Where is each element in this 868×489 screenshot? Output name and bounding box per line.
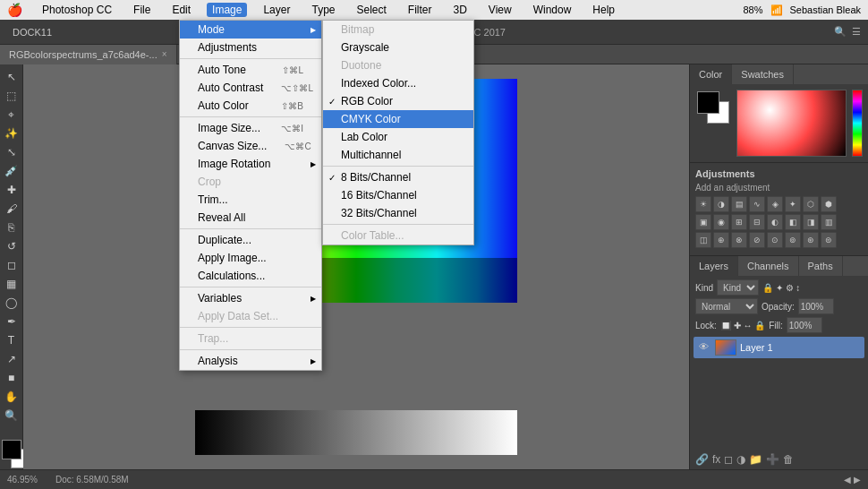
layer-fx-icon[interactable]: fx <box>712 453 720 466</box>
tool-hand[interactable]: ✋ <box>2 389 21 406</box>
menu-item-analysis[interactable]: Analysis <box>180 352 321 370</box>
tool-shapes[interactable]: ■ <box>2 370 21 387</box>
menubar-3d[interactable]: 3D <box>448 3 472 17</box>
adj-extra3[interactable]: ⊘ <box>749 232 765 248</box>
layer-adjustment-icon[interactable]: ◑ <box>736 453 745 466</box>
menu-item-image-size[interactable]: Image Size... ⌥⌘I <box>180 119 321 137</box>
menu-item-crop[interactable]: Crop <box>180 173 321 191</box>
tool-eyedropper[interactable]: 💉 <box>2 162 21 179</box>
menu-item-auto-tone[interactable]: Auto Tone ⇧⌘L <box>180 61 321 79</box>
fill-input[interactable] <box>787 317 822 333</box>
mode-bitmap[interactable]: Bitmap <box>323 21 473 39</box>
mode-duotone[interactable]: Duotone <box>323 56 473 74</box>
menu-item-auto-contrast[interactable]: Auto Contrast ⌥⇧⌘L <box>180 79 321 97</box>
adj-extra6[interactable]: ⊛ <box>803 232 819 248</box>
adj-extra2[interactable]: ⊗ <box>731 232 747 248</box>
menubar-layer[interactable]: Layer <box>258 3 295 17</box>
adj-bw[interactable]: ▣ <box>695 214 711 230</box>
adj-channelmixer[interactable]: ⊞ <box>731 214 747 230</box>
mode-rgb-color[interactable]: ✓ RGB Color <box>323 92 473 110</box>
adj-photofilter[interactable]: ◉ <box>713 214 729 230</box>
menu-item-canvas-size[interactable]: Canvas Size... ⌥⌘C <box>180 137 321 155</box>
mode-16bit[interactable]: 16 Bits/Channel <box>323 186 473 204</box>
menu-item-image-rotation[interactable]: Image Rotation <box>180 155 321 173</box>
menubar-file[interactable]: File <box>128 3 156 17</box>
document-tab[interactable]: RGBcolorspectrums_a7c6ad4e-... × <box>0 45 177 64</box>
menu-item-apply-image[interactable]: Apply Image... <box>180 249 321 267</box>
tab-swatches[interactable]: Swatches <box>732 64 794 84</box>
menubar-type[interactable]: Type <box>306 3 340 17</box>
menu-item-trim[interactable]: Trim... <box>180 191 321 209</box>
layer-link-icon[interactable]: 🔗 <box>695 453 709 466</box>
menu-item-duplicate[interactable]: Duplicate... <box>180 231 321 249</box>
adj-posterize[interactable]: ◧ <box>785 214 801 230</box>
adj-extra5[interactable]: ⊚ <box>785 232 801 248</box>
menubar-edit[interactable]: Edit <box>166 3 196 17</box>
menubar-filter[interactable]: Filter <box>403 3 438 17</box>
tool-magic-wand[interactable]: ✨ <box>2 124 21 142</box>
adj-contrast[interactable]: ◑ <box>713 196 729 212</box>
adj-hsl[interactable]: ⬡ <box>803 196 819 212</box>
menu-item-auto-color[interactable]: Auto Color ⇧⌘B <box>180 97 321 115</box>
menubar-image[interactable]: Image <box>207 3 247 17</box>
tab-channels[interactable]: Channels <box>738 256 798 276</box>
menu-item-variables[interactable]: Variables <box>180 289 321 307</box>
menu-item-trap[interactable]: Trap... <box>180 330 321 347</box>
adj-extra[interactable]: ⊕ <box>713 232 729 248</box>
mode-32bit[interactable]: 32 Bits/Channel <box>323 204 473 222</box>
layer-group-icon[interactable]: 📁 <box>749 453 762 466</box>
tool-gradient[interactable]: ▦ <box>2 276 21 293</box>
menubar-photoshop[interactable]: Photoshop CC <box>37 3 117 17</box>
layer-delete-icon[interactable]: 🗑 <box>783 453 794 466</box>
tool-path-select[interactable]: ↗ <box>2 351 21 368</box>
menubar-select[interactable]: Select <box>351 3 391 17</box>
tool-move[interactable]: ↖ <box>2 68 21 85</box>
layer-visibility-icon[interactable]: 👁 <box>699 341 711 354</box>
menu-item-calculations[interactable]: Calculations... <box>180 267 321 285</box>
tab-paths[interactable]: Paths <box>799 256 843 276</box>
adj-vibrance[interactable]: ✦ <box>785 196 801 212</box>
adj-gradient-map[interactable]: ▥ <box>821 214 837 230</box>
tool-eraser[interactable]: ◻ <box>2 256 21 273</box>
adj-curves[interactable]: ∿ <box>749 196 765 212</box>
layer-add-icon[interactable]: ➕ <box>766 453 779 466</box>
menubar-help[interactable]: Help <box>587 3 620 17</box>
tool-pen[interactable]: ✒ <box>2 313 21 330</box>
search-icon[interactable]: 🔍 <box>834 26 847 38</box>
tool-clone[interactable]: ⎘ <box>2 219 21 236</box>
adj-selective-color[interactable]: ◫ <box>695 232 711 248</box>
tool-dodge[interactable]: ◯ <box>2 295 21 312</box>
fg-bg-colors-display[interactable] <box>695 90 731 125</box>
adj-extra7[interactable]: ⊜ <box>821 232 837 248</box>
tool-rectangle-select[interactable]: ⬚ <box>2 87 21 104</box>
apple-menu[interactable]: 🍎 <box>7 3 22 17</box>
adj-levels[interactable]: ▤ <box>731 196 747 212</box>
tab-layers[interactable]: Layers <box>690 256 738 276</box>
mode-grayscale[interactable]: Grayscale <box>323 39 473 56</box>
adj-exposure[interactable]: ◈ <box>767 196 783 212</box>
hue-slider[interactable] <box>852 90 863 157</box>
tool-text[interactable]: T <box>2 332 21 349</box>
tool-brush[interactable]: 🖌 <box>2 200 21 217</box>
layer-1-item[interactable]: 👁 Layer 1 <box>694 337 864 358</box>
adj-extra4[interactable]: ⊙ <box>767 232 783 248</box>
tab-close-button[interactable]: × <box>162 49 167 59</box>
menu-item-reveal-all[interactable]: Reveal All <box>180 209 321 227</box>
options-menu-icon[interactable]: ☰ <box>852 26 861 38</box>
color-picker-field[interactable] <box>736 90 847 157</box>
menubar-view[interactable]: View <box>483 3 517 17</box>
adj-colorlookup[interactable]: ⊟ <box>749 214 765 230</box>
menu-item-adjustments[interactable]: Adjustments <box>180 39 321 56</box>
adj-invert[interactable]: ◐ <box>767 214 783 230</box>
mode-color-table[interactable]: Color Table... <box>323 227 473 244</box>
mode-8bit[interactable]: ✓ 8 Bits/Channel <box>323 168 473 186</box>
blend-mode-select[interactable]: Normal <box>695 298 758 314</box>
layer-mask-icon[interactable]: ◻ <box>724 453 733 466</box>
mode-multichannel[interactable]: Multichannel <box>323 146 473 164</box>
kind-select[interactable]: Kind <box>717 279 759 296</box>
tool-heal[interactable]: ✚ <box>2 181 21 198</box>
tool-options-btn[interactable]: DOCK11 <box>7 25 57 39</box>
tool-history[interactable]: ↺ <box>2 237 21 254</box>
menu-item-apply-data-set[interactable]: Apply Data Set... <box>180 307 321 325</box>
tool-zoom[interactable]: 🔍 <box>2 408 21 425</box>
